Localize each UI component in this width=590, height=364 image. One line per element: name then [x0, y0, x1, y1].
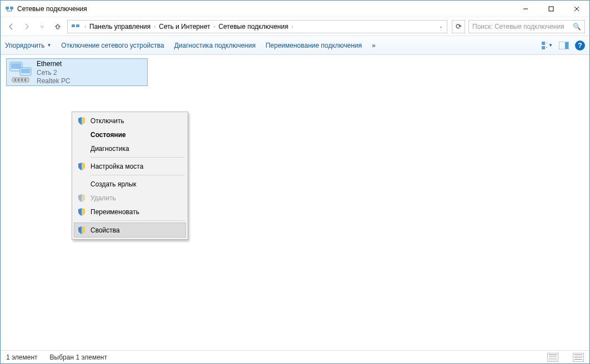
ctx-label: Переименовать	[90, 208, 181, 216]
ctx-separator	[90, 220, 185, 221]
crumb-sep-icon: ›	[152, 24, 158, 29]
breadcrumb-item[interactable]: Сетевые подключения	[218, 23, 290, 31]
ctx-disable[interactable]: Отключить	[74, 114, 186, 128]
large-icons-view-button[interactable]	[573, 353, 584, 362]
ctx-label: Отключить	[90, 117, 181, 125]
blank-icon	[77, 130, 86, 139]
status-bar: 1 элемент Выбран 1 элемент	[1, 350, 589, 363]
organize-button[interactable]: Упорядочить ▼	[5, 42, 51, 49]
ctx-label: Настройка моста	[90, 163, 181, 170]
crumb-sep-icon: ›	[289, 24, 295, 29]
connection-adapter: Realtek PC	[37, 77, 70, 86]
ctx-delete: Удалить	[74, 191, 186, 205]
ctx-label: Диагностика	[90, 145, 181, 153]
search-icon: 🔍	[573, 23, 581, 31]
ctx-status[interactable]: Состояние	[74, 128, 186, 141]
ctx-label: Свойства	[90, 226, 181, 234]
connection-item-ethernet[interactable]: Ethernet Сеть 2 Realtek PC	[6, 58, 148, 86]
search-box[interactable]: 🔍	[468, 20, 585, 33]
recent-locations-button[interactable]	[36, 21, 48, 33]
blank-icon	[77, 144, 86, 153]
svg-rect-10	[542, 46, 545, 49]
preview-pane-button[interactable]	[558, 40, 569, 51]
ctx-properties[interactable]: Свойства	[74, 223, 186, 237]
window-title: Сетевые подключения	[17, 5, 87, 13]
address-bar[interactable]: › Панель управления › Сеть и Интернет › …	[67, 20, 447, 33]
svg-rect-1	[10, 7, 13, 9]
minimize-button[interactable]	[513, 1, 538, 17]
svg-rect-0	[6, 7, 9, 9]
connection-network: Сеть 2	[37, 69, 70, 78]
organize-label: Упорядочить	[5, 42, 44, 49]
svg-rect-11	[546, 47, 547, 48]
svg-rect-15	[11, 63, 21, 69]
refresh-button[interactable]: ⟳	[452, 20, 465, 33]
close-button[interactable]	[564, 1, 589, 17]
search-input[interactable]	[472, 23, 573, 31]
shield-icon	[77, 117, 86, 125]
shield-icon	[77, 208, 86, 216]
shield-icon	[77, 162, 86, 171]
crumb-sep-icon: ›	[211, 24, 218, 29]
network-connections-icon	[71, 22, 80, 31]
ctx-separator	[90, 157, 185, 158]
content-area: Ethernet Сеть 2 Realtek PC Отключить Сос…	[1, 55, 589, 350]
address-dropdown-button[interactable]: ⌄	[436, 21, 446, 33]
svg-rect-17	[21, 69, 30, 73]
breadcrumb-item[interactable]: Сеть и Интернет	[158, 23, 211, 31]
app-icon	[5, 4, 14, 13]
rename-connection-button[interactable]: Переименование подключения	[265, 42, 362, 49]
svg-rect-13	[565, 42, 568, 49]
title-bar: Сетевые подключения	[1, 1, 589, 17]
ctx-diagnose[interactable]: Диагностика	[74, 141, 186, 155]
ctx-rename[interactable]: Переименовать	[74, 205, 186, 219]
details-view-button[interactable]	[547, 353, 558, 362]
svg-rect-19	[14, 79, 16, 81]
svg-rect-6	[72, 24, 75, 27]
svg-rect-20	[18, 79, 19, 81]
window-controls	[513, 1, 589, 17]
ctx-bridge[interactable]: Настройка моста	[74, 159, 186, 173]
shield-icon	[77, 194, 86, 203]
connection-name: Ethernet	[37, 60, 70, 69]
diagnose-connection-button[interactable]: Диагностика подключения	[174, 42, 256, 49]
status-selected-count: Выбран 1 элемент	[50, 353, 107, 361]
maximize-button[interactable]	[538, 1, 564, 17]
svg-rect-8	[542, 42, 545, 45]
ethernet-adapter-icon	[9, 60, 33, 84]
more-commands-button[interactable]: »	[372, 42, 376, 49]
svg-rect-9	[546, 43, 547, 43]
ctx-label: Удалить	[90, 194, 181, 202]
ctx-label: Создать ярлык	[90, 180, 181, 188]
ctx-create-shortcut[interactable]: Создать ярлык	[74, 177, 186, 191]
blank-icon	[77, 180, 86, 189]
shield-icon	[77, 226, 86, 235]
context-menu: Отключить Состояние Диагностика Настройк…	[72, 112, 188, 240]
help-button[interactable]: ?	[575, 41, 585, 50]
dropdown-arrow-icon: ▼	[47, 43, 51, 48]
crumb-sep-icon: ›	[82, 24, 88, 29]
svg-rect-3	[549, 7, 553, 11]
status-item-count: 1 элемент	[6, 353, 38, 361]
ctx-separator	[90, 175, 185, 175]
svg-rect-22	[24, 79, 26, 81]
nav-back-button[interactable]	[5, 21, 17, 33]
ctx-label: Состояние	[90, 131, 181, 139]
address-bar-row: › Панель управления › Сеть и Интернет › …	[1, 17, 589, 36]
disable-device-button[interactable]: Отключение сетевого устройства	[61, 42, 164, 49]
svg-rect-21	[21, 79, 23, 81]
nav-forward-button[interactable]	[21, 21, 33, 33]
breadcrumb-item[interactable]: Панель управления	[88, 23, 152, 31]
view-options-button[interactable]: ▼	[542, 40, 553, 51]
nav-up-button[interactable]	[52, 21, 64, 33]
command-bar: Упорядочить ▼ Отключение сетевого устрой…	[1, 36, 589, 55]
connection-item-labels: Ethernet Сеть 2 Realtek PC	[37, 60, 70, 86]
svg-rect-7	[76, 24, 79, 27]
